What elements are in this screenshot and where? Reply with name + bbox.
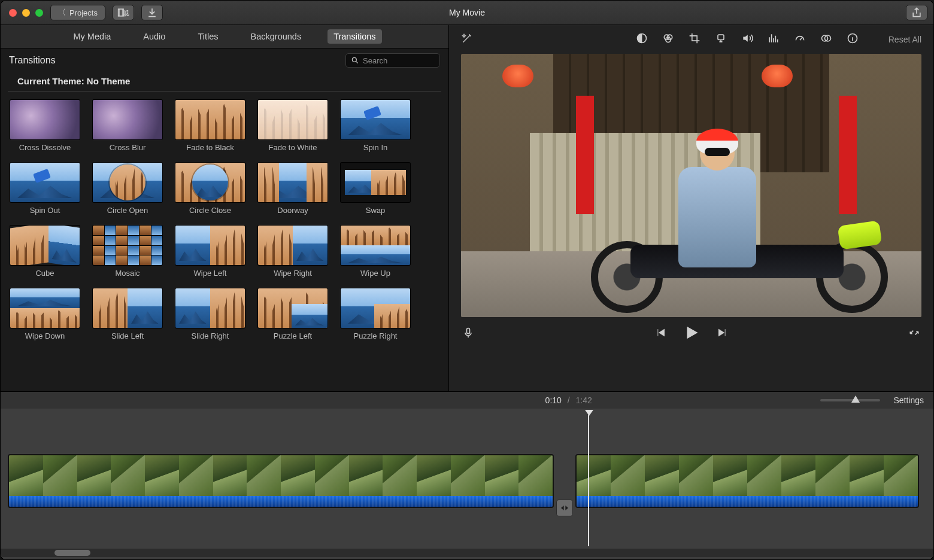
transition-item[interactable]: Fade to White <box>258 100 327 152</box>
browser-title: Transitions <box>9 55 345 66</box>
tab-my-media[interactable]: My Media <box>67 29 117 44</box>
info-icon <box>847 32 859 44</box>
overlay-button[interactable] <box>820 32 832 47</box>
transition-item[interactable]: Wipe Up <box>341 226 410 278</box>
search-icon <box>351 56 359 65</box>
prev-icon <box>654 327 666 339</box>
color-balance-icon <box>662 32 674 44</box>
tab-transitions[interactable]: Transitions <box>327 29 381 44</box>
timeline-panel: 0:10 / 1:42 Settings <box>1 391 933 559</box>
transition-label: Puzzle Right <box>341 331 410 340</box>
next-button[interactable] <box>717 327 729 341</box>
transition-item[interactable]: Spin In <box>341 100 410 152</box>
play-button[interactable] <box>683 324 700 343</box>
transition-item[interactable]: Puzzle Left <box>258 288 327 340</box>
info-button[interactable] <box>847 32 859 47</box>
transition-label: Mosaic <box>93 269 162 278</box>
transition-item[interactable]: Puzzle Right <box>341 288 410 340</box>
share-icon <box>911 7 923 19</box>
transition-item[interactable]: Cube <box>10 226 80 278</box>
timeline-body[interactable] <box>1 409 933 559</box>
transition-label: Circle Close <box>175 206 245 215</box>
svg-rect-6 <box>718 35 724 39</box>
transition-item[interactable]: Wipe Down <box>10 288 80 340</box>
prev-button[interactable] <box>654 327 666 341</box>
magic-wand-icon <box>461 32 473 44</box>
zoom-slider[interactable] <box>820 399 880 401</box>
crop-icon <box>689 32 700 44</box>
transition-item[interactable]: Swap <box>341 163 410 215</box>
volume-button[interactable] <box>741 32 753 47</box>
transition-label: Wipe Left <box>175 269 245 278</box>
transition-item[interactable]: Wipe Left <box>175 226 245 278</box>
equalizer-button[interactable] <box>768 32 780 47</box>
transition-label: Wipe Down <box>10 331 80 340</box>
transition-label: Cross Blur <box>93 143 162 152</box>
equalizer-icon <box>768 32 780 44</box>
magic-wand-button[interactable] <box>461 32 473 47</box>
reset-all-button[interactable]: Reset All <box>888 35 921 44</box>
playback-controls <box>449 317 933 351</box>
main-body: My Media Audio Titles Backgrounds Transi… <box>1 25 933 391</box>
next-icon <box>717 327 729 339</box>
timeline-clip[interactable] <box>575 454 919 508</box>
transition-item[interactable]: Cross Dissolve <box>10 100 80 152</box>
transition-marker[interactable] <box>556 500 573 516</box>
speed-icon <box>794 32 806 44</box>
svg-point-1 <box>352 57 356 62</box>
video-preview[interactable] <box>461 54 921 317</box>
total-time: 1:42 <box>576 395 592 405</box>
preview-toolbar: Reset All <box>449 25 933 54</box>
transition-item[interactable]: Slide Right <box>175 288 245 340</box>
transition-label: Spin In <box>341 143 410 152</box>
filters-icon <box>636 32 648 44</box>
transition-label: Cube <box>10 269 80 278</box>
transition-item[interactable]: Slide Left <box>93 288 162 340</box>
search-placeholder: Search <box>363 56 387 65</box>
transition-item[interactable]: Wipe Right <box>258 226 327 278</box>
color-filters-button[interactable] <box>636 32 648 47</box>
color-balance-button[interactable] <box>662 32 674 47</box>
transition-item[interactable]: Doorway <box>258 163 327 215</box>
tab-titles[interactable]: Titles <box>192 29 224 44</box>
transition-label: Spin Out <box>10 206 80 215</box>
browser-panel: My Media Audio Titles Backgrounds Transi… <box>1 25 449 391</box>
transition-item[interactable]: Circle Close <box>175 163 245 215</box>
window-title: My Movie <box>1 8 933 17</box>
timeline-settings-button[interactable]: Settings <box>893 395 924 405</box>
app-window: 〈 Projects My Movie My Media Audio Title… <box>0 0 934 560</box>
preview-frame <box>461 54 921 317</box>
transition-label: Fade to Black <box>175 143 245 152</box>
adjust-tool-icons: Reset All <box>636 32 921 47</box>
scrollbar-thumb[interactable] <box>54 550 90 556</box>
timeline-clip[interactable] <box>8 454 554 508</box>
timeline-scrollbar[interactable] <box>1 549 933 557</box>
tab-audio[interactable]: Audio <box>137 29 171 44</box>
transition-item[interactable]: Mosaic <box>93 226 162 278</box>
speed-button[interactable] <box>794 32 806 47</box>
transition-item[interactable]: Fade to Black <box>175 100 245 152</box>
transition-label: Fade to White <box>258 143 327 152</box>
transition-label: Wipe Right <box>258 269 327 278</box>
transition-label: Circle Open <box>93 206 162 215</box>
transition-item[interactable]: Cross Blur <box>93 100 162 152</box>
tab-backgrounds[interactable]: Backgrounds <box>245 29 308 44</box>
share-button[interactable] <box>906 5 927 20</box>
current-time: 0:10 <box>545 395 562 405</box>
time-separator: / <box>568 395 570 405</box>
search-input[interactable]: Search <box>345 53 440 68</box>
transition-item[interactable]: Circle Open <box>93 163 162 215</box>
transition-label: Wipe Up <box>341 269 410 278</box>
transition-label: Cross Dissolve <box>10 143 80 152</box>
timeline-header: 0:10 / 1:42 Settings <box>1 392 933 409</box>
transition-label: Swap <box>341 206 410 215</box>
crop-button[interactable] <box>689 32 700 47</box>
transition-label: Slide Left <box>93 331 162 340</box>
play-icon <box>683 324 700 341</box>
stabilize-button[interactable] <box>715 32 727 47</box>
volume-icon <box>741 32 753 44</box>
transition-item[interactable]: Spin Out <box>10 163 80 215</box>
timeline-track <box>8 409 919 508</box>
transition-label: Doorway <box>258 206 327 215</box>
titlebar: 〈 Projects My Movie <box>1 1 933 25</box>
